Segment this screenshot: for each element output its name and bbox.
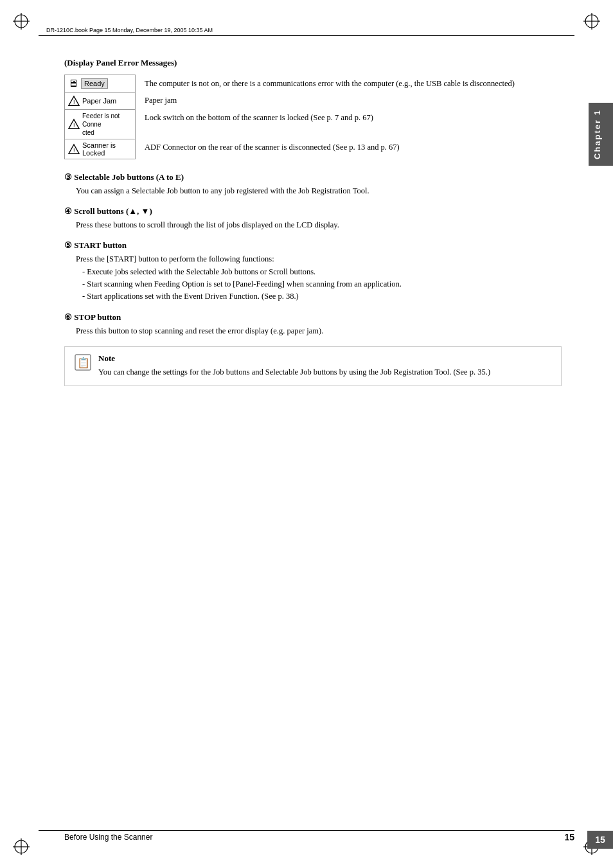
scanner-locked-label: Scanner is Locked: [82, 141, 132, 157]
footer: Before Using the Scanner 15: [64, 832, 574, 842]
monitor-icon: 🖥: [68, 78, 78, 89]
note-title: Note: [98, 353, 490, 364]
feeder-not-connected-label: Feeder is not Connected: [82, 112, 132, 137]
item-3-title-text: Selectable Job buttons (A to E): [74, 172, 184, 182]
triangle-warn-icon: !: [68, 95, 80, 107]
error-desc-1: The computer is not on, or there is a co…: [136, 75, 562, 93]
warning-icon-2: ! Paper Jam: [68, 95, 132, 107]
item-5: ⑤ START button Press the [START] button …: [64, 240, 562, 303]
item-6: ⑥ STOP button Press this button to stop …: [64, 312, 562, 337]
error-desc-3: Lock switch on the bottom of the scanner…: [136, 109, 562, 139]
warning-icon-3: ! Feeder is not Connected: [68, 112, 132, 137]
item-6-title: ⑥ STOP button: [64, 312, 562, 323]
note-icon: 📋: [74, 353, 92, 371]
svg-text:!: !: [73, 147, 75, 154]
page-number-tab: 15: [587, 831, 613, 849]
svg-text:!: !: [73, 99, 75, 105]
display-panel-title: (Display Panel Error Messages): [64, 58, 562, 68]
table-row: ! Scanner is Locked ADF Connector on the…: [65, 139, 562, 159]
error-icon-cell-1: 🖥 Ready: [65, 75, 136, 93]
footer-line: [39, 830, 574, 831]
svg-text:📋: 📋: [77, 357, 90, 369]
header-line: [39, 35, 574, 36]
bullet-item: Start scanning when Feeding Option is se…: [82, 278, 562, 290]
item-5-bullets: Execute jobs selected with the Selectabl…: [76, 266, 562, 303]
error-icon-cell-4: ! Scanner is Locked: [65, 139, 136, 159]
error-desc-4: ADF Connector on the rear of the scanner…: [136, 139, 562, 159]
file-info: DR-1210C.book Page 15 Monday, December 1…: [46, 27, 213, 33]
item-5-body: Press the [START] button to perform the …: [76, 253, 562, 303]
item-4-title-text: Scroll buttons (▲, ▼): [74, 206, 152, 216]
note-box: 📋 Note You can change the settings for t…: [64, 346, 562, 385]
item-3-body: You can assign a Selectable Job button t…: [76, 185, 562, 197]
item-4-title: ④ Scroll buttons (▲, ▼): [64, 206, 562, 217]
lcd-display-icon: 🖥 Ready: [68, 78, 132, 89]
bullet-item: Execute jobs selected with the Selectabl…: [82, 266, 562, 278]
item-4-body: Press these buttons to scroll through th…: [76, 219, 562, 231]
table-row: 🖥 Ready The computer is not on, or there…: [65, 75, 562, 93]
note-text: You can change the settings for the Job …: [98, 366, 490, 378]
footer-section-text: Before Using the Scanner: [64, 833, 152, 842]
corner-mark-tl: [12, 12, 31, 31]
triangle-warn-icon-3: !: [68, 143, 80, 155]
item-3: ③ Selectable Job buttons (A to E) You ca…: [64, 172, 562, 197]
footer-page-number: 15: [564, 832, 574, 842]
corner-mark-bl: [12, 837, 31, 856]
corner-mark-tr: [582, 12, 601, 31]
item-5-number: ⑤: [64, 240, 72, 250]
item-5-title-text: START button: [74, 240, 127, 250]
note-content: Note You can change the settings for the…: [98, 353, 490, 378]
error-messages-table: 🖥 Ready The computer is not on, or there…: [64, 75, 562, 159]
table-row: ! Paper Jam Paper jam: [65, 92, 562, 109]
bullet-item: Start applications set with the Event Dr…: [82, 290, 562, 303]
warning-icon-4: ! Scanner is Locked: [68, 141, 132, 157]
paper-jam-label: Paper Jam: [82, 97, 116, 105]
main-content: (Display Panel Error Messages) 🖥 Ready T…: [64, 58, 562, 817]
error-desc-2: Paper jam: [136, 92, 562, 109]
lcd-ready-label: Ready: [81, 78, 108, 89]
item-3-number: ③: [64, 172, 72, 182]
item-5-title: ⑤ START button: [64, 240, 562, 251]
item-3-title: ③ Selectable Job buttons (A to E): [64, 172, 562, 182]
item-6-title-text: STOP button: [74, 312, 121, 322]
item-6-body: Press this button to stop scanning and r…: [76, 325, 562, 337]
item-6-number: ⑥: [64, 312, 72, 322]
triangle-warn-icon-2: !: [68, 118, 80, 130]
error-icon-cell-3: ! Feeder is not Connected: [65, 109, 136, 139]
item-4: ④ Scroll buttons (▲, ▼) Press these butt…: [64, 206, 562, 231]
item-5-intro: Press the [START] button to perform the …: [76, 254, 274, 263]
item-4-number: ④: [64, 206, 72, 216]
table-row: ! Feeder is not Connected Lock switch on…: [65, 109, 562, 139]
chapter-tab: Chapter 1: [589, 103, 613, 166]
svg-text:!: !: [73, 122, 75, 128]
error-icon-cell-2: ! Paper Jam: [65, 92, 136, 109]
